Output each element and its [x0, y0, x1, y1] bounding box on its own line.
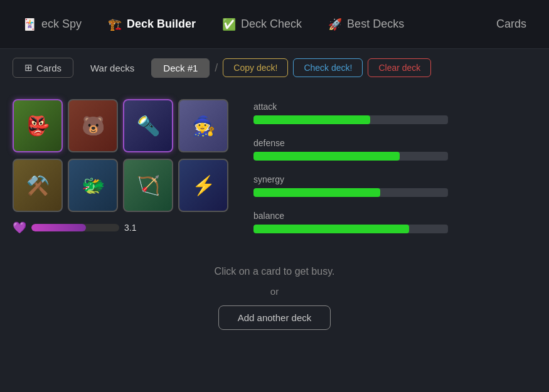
card-mage-art: 🧙 — [179, 100, 227, 151]
card-slot-mage[interactable]: 🧙 — [178, 99, 228, 152]
clear-deck-button[interactable]: Clear deck — [368, 58, 431, 77]
stat-attack-fill — [253, 115, 370, 124]
card-bear-art: 🐻 — [69, 100, 117, 151]
stat-attack-track — [253, 115, 448, 124]
check-deck-label: Check deck! — [304, 63, 352, 73]
clear-deck-label: Clear deck — [378, 63, 420, 73]
stats-section: attack defense synergy balance — [253, 99, 536, 235]
card-slot-beast[interactable]: 🐲 — [68, 159, 118, 212]
stat-defense-fill — [253, 152, 400, 161]
card-knight-art: ⚒️ — [14, 160, 61, 211]
tab-cards[interactable]: ⊞ Cards — [13, 58, 73, 78]
nav-deck-builder[interactable]: 🏗️ Deck Builder — [98, 13, 206, 36]
elixir-value: 3.1 — [124, 223, 136, 233]
check-deck-button[interactable]: Check deck! — [293, 58, 363, 77]
best-decks-label: Best Decks — [347, 18, 404, 31]
card-slot-goblin[interactable]: 👺 — [13, 99, 63, 152]
tab-separator: / — [215, 61, 218, 75]
nav-best-decks[interactable]: 🚀 Best Decks — [318, 13, 414, 36]
nav-deck-spy[interactable]: 🃏 eck Spy — [13, 13, 92, 36]
card-archer-art: 🏹 — [124, 160, 172, 211]
stat-balance-track — [253, 225, 448, 233]
card-slot-lightning[interactable]: ⚡ — [178, 159, 228, 212]
elixir-icon: 💜 — [13, 221, 26, 235]
stat-balance-label: balance — [253, 211, 536, 221]
add-another-deck-button[interactable]: Add another deck — [218, 305, 331, 330]
card-lightning-art: ⚡ — [179, 160, 227, 211]
deck-spy-label: eck Spy — [41, 18, 82, 31]
deck-builder-label: Deck Builder — [127, 18, 196, 31]
deck-tab-label: Deck #1 — [163, 63, 198, 73]
tab-deck1[interactable]: Deck #1 — [151, 58, 210, 78]
add-deck-label: Add another deck — [238, 312, 312, 323]
copy-deck-button[interactable]: Copy deck! — [223, 58, 288, 77]
stat-attack: attack — [253, 102, 536, 124]
stat-synergy-track — [253, 188, 448, 197]
card-beast-art: 🐲 — [69, 160, 117, 211]
deck-check-icon: ✅ — [222, 18, 236, 31]
best-decks-icon: 🚀 — [328, 18, 342, 31]
deck-check-label: Deck Check — [241, 18, 302, 31]
nav-deck-check[interactable]: ✅ Deck Check — [212, 13, 312, 36]
cards-tab-icon: ⊞ — [24, 62, 33, 73]
main-content: 👺 🐻 🔦 🧙 ⚒️ 🐲 🏹 ⚡ — [0, 87, 549, 247]
stat-defense: defense — [253, 138, 536, 161]
card-slot-bear[interactable]: 🐻 — [68, 99, 118, 152]
card-row-bottom: ⚒️ 🐲 🏹 ⚡ — [13, 159, 228, 212]
stat-synergy-fill — [253, 188, 380, 197]
tab-war-decks[interactable]: War decks — [78, 58, 146, 78]
nav-cards-right[interactable]: Cards — [486, 13, 536, 36]
stat-synergy-label: synergy — [253, 174, 536, 184]
top-nav: 🃏 eck Spy 🏗️ Deck Builder ✅ Deck Check 🚀… — [0, 0, 549, 49]
card-slot-knight[interactable]: ⚒️ — [13, 159, 63, 212]
stat-defense-track — [253, 152, 448, 161]
card-torch-art: 🔦 — [124, 100, 172, 151]
stat-balance: balance — [253, 211, 536, 233]
card-slot-archer[interactable]: 🏹 — [123, 159, 173, 212]
or-text: or — [270, 286, 279, 297]
copy-deck-label: Copy deck! — [233, 63, 277, 73]
deck-spy-icon: 🃏 — [23, 18, 36, 31]
elixir-fill — [31, 224, 86, 231]
elixir-track — [31, 224, 119, 231]
deck-builder-icon: 🏗️ — [108, 18, 122, 31]
cards-tab-label: Cards — [36, 63, 61, 73]
tab-bar: ⊞ Cards War decks Deck #1 / Copy deck! C… — [0, 49, 549, 87]
war-tab-label: War decks — [90, 63, 134, 73]
card-goblin-art: 👺 — [14, 100, 61, 151]
stat-attack-label: attack — [253, 102, 536, 112]
card-grid-section: 👺 🐻 🔦 🧙 ⚒️ 🐲 🏹 ⚡ — [13, 99, 228, 235]
stat-synergy: synergy — [253, 174, 536, 197]
stat-defense-label: defense — [253, 138, 536, 148]
hint-text: Click on a card to get busy. — [215, 266, 335, 277]
card-row-top: 👺 🐻 🔦 🧙 — [13, 99, 228, 152]
nav-cards-right-label: Cards — [496, 18, 526, 30]
stat-balance-fill — [253, 225, 409, 233]
elixir-bar-container: 💜 3.1 — [13, 221, 228, 235]
card-slot-torch[interactable]: 🔦 — [123, 99, 173, 152]
lower-section: Click on a card to get busy. or Add anot… — [0, 266, 549, 330]
